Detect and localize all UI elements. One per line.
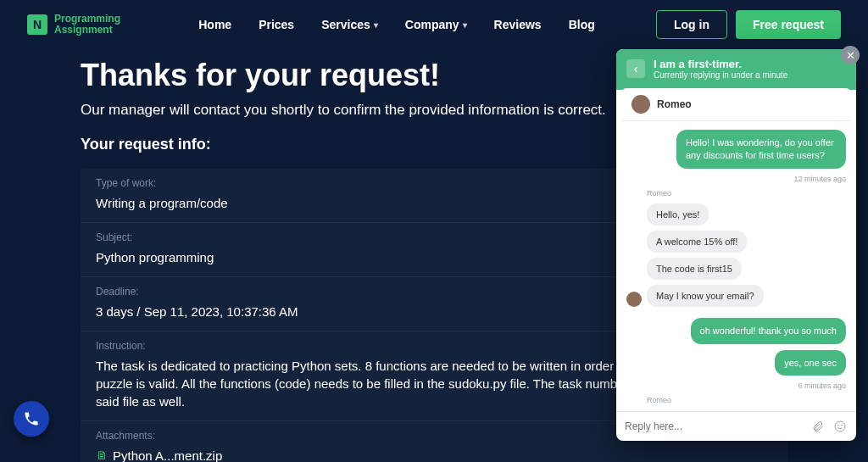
msg-user: Hello! I was wondering, do you offer any… (676, 130, 846, 169)
svg-point-0 (835, 421, 845, 431)
attach-button[interactable] (810, 419, 826, 434)
nav-reviews[interactable]: Reviews (494, 18, 542, 31)
chat-header: ‹ I am a first-timer. Currently replying… (616, 49, 856, 90)
msg-agent: The code is first15 (647, 258, 742, 280)
agent-name: Romeo (657, 98, 692, 110)
agent-name-label: Romeo (647, 396, 846, 404)
chat-input-row (616, 411, 856, 441)
nav-company[interactable]: Company▾ (405, 18, 467, 31)
nav-services[interactable]: Services▾ (321, 18, 378, 31)
chat-header-text: I am a first-timer. Currently replying i… (654, 58, 787, 80)
smile-icon (833, 420, 847, 433)
logo-text: Programming Assignment (54, 14, 120, 36)
chat-subtitle: Currently replying in under a minute (654, 70, 787, 80)
msg-agent: A welcome 15% off! (647, 231, 747, 253)
chat-agent-row: Romeo (621, 88, 851, 121)
msg-user: yes, one sec (775, 350, 846, 376)
logo-icon: N (27, 14, 47, 35)
chat-body[interactable]: Hello! I was wondering, do you offer any… (616, 121, 856, 411)
free-request-button[interactable]: Free request (736, 10, 841, 39)
msg-agent: Hello, yes! (647, 203, 709, 225)
attachment-name: Python A...ment.zip (113, 447, 222, 462)
header: N Programming Assignment Home Prices Ser… (0, 0, 868, 49)
chevron-left-icon: ‹ (634, 62, 638, 75)
login-button[interactable]: Log in (656, 10, 727, 39)
nav-company-label: Company (405, 18, 459, 31)
avatar (632, 95, 650, 114)
nav-blog[interactable]: Blog (569, 18, 595, 31)
paperclip-icon (811, 420, 825, 433)
file-icon: 🗎 (96, 448, 108, 462)
msg-user: oh wonderful! thank you so much (691, 318, 846, 344)
phone-icon (23, 410, 40, 427)
header-actions: Log in Free request (656, 10, 841, 39)
avatar (626, 292, 642, 307)
msg-agent: May I know your email? (647, 285, 764, 307)
chevron-down-icon: ▾ (374, 20, 378, 30)
nav-services-label: Services (321, 18, 370, 31)
nav-prices[interactable]: Prices (259, 18, 294, 31)
emoji-button[interactable] (832, 419, 848, 434)
svg-point-1 (838, 425, 839, 426)
chat-back-button[interactable]: ‹ (626, 59, 645, 78)
nav: Home Prices Services▾ Company▾ Reviews B… (153, 18, 641, 31)
chat-widget: ‹ I am a first-timer. Currently replying… (616, 49, 856, 441)
close-icon: ✕ (846, 49, 855, 62)
svg-point-2 (842, 425, 843, 426)
chat-input[interactable] (625, 420, 804, 432)
chat-title: I am a first-timer. (654, 58, 787, 70)
timestamp: 6 minutes ago (798, 381, 846, 390)
chevron-down-icon: ▾ (463, 20, 467, 30)
logo[interactable]: N Programming Assignment (27, 14, 120, 36)
chat-close-button[interactable]: ✕ (841, 46, 860, 64)
nav-home[interactable]: Home (198, 18, 231, 31)
agent-msg-block: Hello, yes! A welcome 15% off! The code … (626, 203, 846, 307)
timestamp: 12 minutes ago (793, 175, 846, 183)
attachment[interactable]: 🗎 Python A...ment.zip (96, 447, 772, 462)
call-button[interactable] (14, 401, 49, 437)
agent-name-label: Romeo (647, 189, 846, 198)
